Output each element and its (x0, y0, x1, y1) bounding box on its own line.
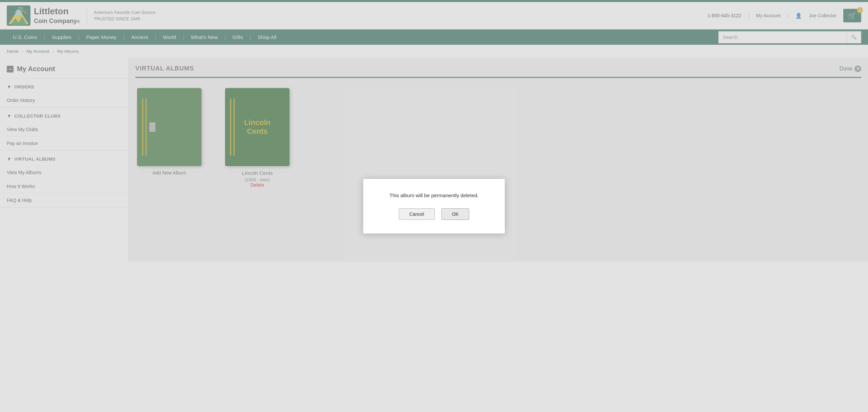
modal-box: This album will be permanently deleted. … (363, 179, 505, 234)
main-layout: − My Account ▼ ORDERS Order History ▼ CO… (0, 58, 868, 262)
modal-message: This album will be permanently deleted. (384, 192, 484, 198)
modal-cancel-button[interactable]: Cancel (399, 208, 435, 220)
modal-buttons: Cancel OK (384, 208, 484, 220)
modal-ok-button[interactable]: OK (441, 208, 469, 220)
modal-overlay: This album will be permanently deleted. … (0, 0, 868, 262)
content-area: VIRTUAL ALBUMS Done ✕ Add New Album Linc… (129, 58, 868, 262)
